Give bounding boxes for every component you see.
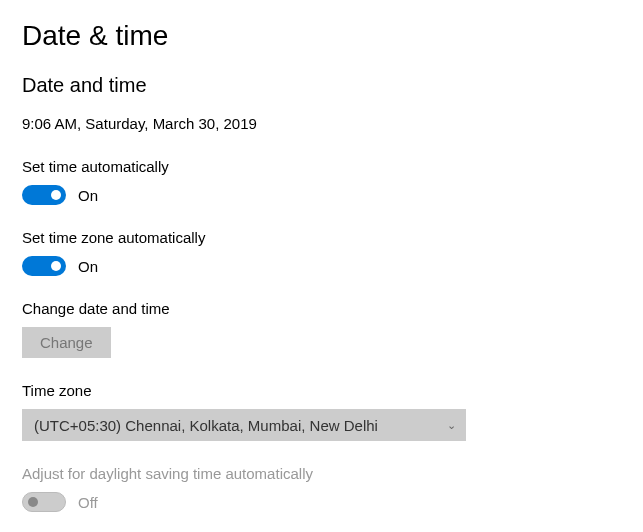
toggle-knob [51,261,61,271]
toggle-knob [28,497,38,507]
set-time-auto-label: Set time automatically [22,158,621,175]
set-time-auto-toggle[interactable] [22,185,66,205]
set-tz-auto-label: Set time zone automatically [22,229,621,246]
dst-label: Adjust for daylight saving time automati… [22,465,621,482]
change-dt-label: Change date and time [22,300,621,317]
toggle-knob [51,190,61,200]
dst-state: Off [78,494,98,511]
set-time-auto-state: On [78,187,98,204]
set-tz-auto-toggle[interactable] [22,256,66,276]
page-title: Date & time [22,20,621,52]
change-button[interactable]: Change [22,327,111,358]
timezone-label: Time zone [22,382,621,399]
chevron-down-icon: ⌄ [447,419,456,432]
dst-toggle [22,492,66,512]
timezone-selected: (UTC+05:30) Chennai, Kolkata, Mumbai, Ne… [34,417,378,434]
set-tz-auto-state: On [78,258,98,275]
timezone-dropdown[interactable]: (UTC+05:30) Chennai, Kolkata, Mumbai, Ne… [22,409,466,441]
section-date-time-title: Date and time [22,74,621,97]
current-datetime: 9:06 AM, Saturday, March 30, 2019 [22,115,621,132]
